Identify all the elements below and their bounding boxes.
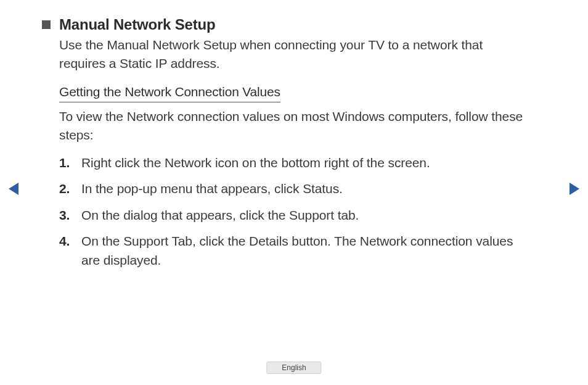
sub-intro-text: To view the Network connection values on… — [59, 107, 531, 145]
step-number: 2. — [59, 180, 81, 198]
list-item: 3. On the dialog that appears, click the… — [59, 206, 531, 225]
next-page-button[interactable] — [570, 183, 579, 195]
manual-content: Manual Network Setup Use the Manual Netw… — [0, 0, 588, 270]
step-number: 4. — [59, 232, 81, 270]
step-number: 3. — [59, 206, 81, 225]
language-badge[interactable]: English — [266, 362, 321, 374]
step-text: Right click the Network icon on the bott… — [81, 154, 430, 172]
step-text: On the Support Tab, click the Details bu… — [81, 232, 531, 270]
square-bullet-icon — [42, 20, 51, 29]
step-number: 1. — [59, 154, 81, 172]
list-item: 1. Right click the Network icon on the b… — [59, 154, 531, 172]
heading-row: Manual Network Setup — [42, 16, 531, 33]
step-text: On the dialog that appears, click the Su… — [81, 206, 359, 225]
intro-text: Use the Manual Network Setup when connec… — [59, 36, 531, 73]
previous-page-button[interactable] — [9, 183, 18, 195]
section-subheading: Getting the Network Connection Values — [59, 85, 280, 102]
list-item: 4. On the Support Tab, click the Details… — [59, 232, 531, 270]
step-text: In the pop-up menu that appears, click S… — [81, 180, 343, 198]
steps-list: 1. Right click the Network icon on the b… — [59, 154, 531, 270]
page-title: Manual Network Setup — [59, 16, 215, 33]
list-item: 2. In the pop-up menu that appears, clic… — [59, 180, 531, 198]
